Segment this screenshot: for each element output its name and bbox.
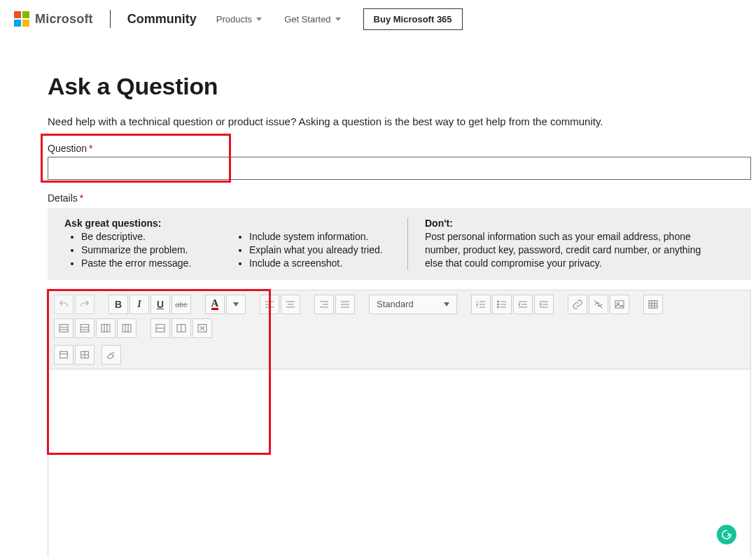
list-item: Explain what you already tried. (249, 244, 391, 257)
details-editor-body[interactable] (48, 369, 751, 557)
svg-rect-7 (80, 324, 89, 332)
tips-col-ask: Ask great questions: Be descriptive. Sum… (64, 218, 232, 270)
insert-table-button[interactable] (643, 295, 663, 314)
table-row-icon (79, 323, 90, 334)
redo-button[interactable] (75, 295, 94, 314)
table-delete-row-icon (155, 323, 166, 334)
insert-col-right-button[interactable] (117, 318, 136, 338)
remove-link-button[interactable] (589, 295, 608, 314)
insert-row-below-button[interactable] (75, 318, 94, 338)
grammarly-badge[interactable] (717, 525, 736, 544)
clear-formatting-button[interactable] (102, 345, 121, 365)
tips-ask-list-2: Include system information. Explain what… (232, 230, 391, 270)
list-item: Summarize the problem. (81, 244, 216, 257)
table-row-icon (58, 323, 69, 334)
paragraph-format-dropdown[interactable]: Standard (369, 295, 457, 314)
tips-dont-heading: Don't: (425, 218, 720, 229)
table-delete-icon (197, 323, 208, 334)
insert-link-button[interactable] (568, 295, 587, 314)
delete-row-button[interactable] (150, 318, 170, 338)
svg-rect-13 (60, 351, 68, 358)
insert-col-left-button[interactable] (96, 318, 115, 338)
align-left-button[interactable] (260, 295, 279, 314)
primary-nav: Products Get Started Buy Microsoft 365 (216, 8, 463, 30)
question-input[interactable] (48, 157, 751, 180)
insert-row-above-button[interactable] (54, 318, 74, 338)
italic-button[interactable]: I (130, 295, 149, 314)
align-left-icon (264, 299, 275, 310)
unlink-icon (593, 299, 604, 310)
required-asterisk: * (89, 143, 92, 154)
tips-dont-text: Post personal information such as your e… (425, 230, 720, 270)
question-label: Question* (48, 143, 749, 154)
list-item: Include a screenshot. (249, 257, 391, 270)
nav-get-started[interactable]: Get Started (284, 14, 340, 24)
list-item: Paste the error message. (81, 257, 216, 270)
align-center-button[interactable] (281, 295, 300, 314)
align-justify-button[interactable] (335, 295, 355, 314)
chevron-down-icon (233, 302, 239, 306)
chevron-down-icon (444, 302, 449, 306)
indent-button[interactable] (534, 295, 554, 314)
outdent-button[interactable] (513, 295, 533, 314)
brand-community[interactable]: Community (127, 12, 197, 27)
buy-microsoft-365-button[interactable]: Buy Microsoft 365 (363, 8, 463, 30)
details-label-text: Details (48, 192, 78, 204)
block-icon (58, 349, 69, 360)
bold-icon: B (115, 299, 122, 310)
text-color-button[interactable]: A (205, 295, 225, 314)
page-title: Ask a Question (48, 73, 749, 100)
image-icon (614, 299, 625, 310)
grid-icon (79, 349, 90, 360)
site-header: Microsoft Community Products Get Started… (0, 0, 756, 38)
chevron-down-icon (335, 17, 341, 21)
tips-col-ask-2: Include system information. Explain what… (232, 218, 407, 270)
svg-rect-9 (122, 324, 131, 332)
ordered-list-button[interactable] (471, 295, 491, 314)
undo-icon (58, 299, 69, 310)
undo-button[interactable] (54, 295, 74, 314)
svg-point-2 (498, 306, 499, 308)
details-label: Details* (48, 192, 749, 204)
insert-image-button[interactable] (610, 295, 629, 314)
microsoft-logo[interactable]: Microsoft (14, 11, 93, 27)
nav-get-started-label: Get Started (284, 14, 330, 24)
table-icon (648, 299, 659, 310)
svg-point-0 (498, 301, 499, 302)
chevron-down-icon (256, 17, 262, 21)
nav-products-label: Products (216, 14, 252, 24)
paragraph-format-label: Standard (377, 299, 414, 309)
svg-point-1 (498, 304, 499, 305)
unordered-list-icon (496, 299, 507, 310)
main-content: Ask a Question Need help with a technica… (0, 38, 756, 557)
align-right-icon (318, 299, 330, 310)
table-delete-col-icon (176, 323, 187, 334)
link-icon (572, 299, 583, 310)
required-asterisk: * (80, 192, 83, 204)
underline-icon: U (157, 299, 164, 310)
delete-table-button[interactable] (192, 318, 212, 338)
ordered-list-icon (475, 299, 486, 310)
tips-col-dont: Don't: Post personal information such as… (407, 218, 737, 270)
bold-button[interactable]: B (108, 295, 128, 314)
nav-products[interactable]: Products (216, 14, 262, 24)
microsoft-logo-text: Microsoft (35, 12, 93, 27)
align-right-button[interactable] (314, 295, 334, 314)
tips-panel: Ask great questions: Be descriptive. Sum… (48, 208, 751, 280)
align-justify-icon (340, 299, 351, 310)
details-editor: B I U abc A (48, 290, 751, 557)
unordered-list-button[interactable] (492, 295, 512, 314)
insert-block-button[interactable] (54, 345, 74, 365)
insert-grid-button[interactable] (75, 345, 94, 365)
eraser-icon (106, 349, 117, 360)
strikethrough-button[interactable]: abc (172, 295, 191, 314)
indent-icon (538, 299, 550, 310)
strikethrough-icon: abc (175, 300, 188, 309)
delete-col-button[interactable] (172, 318, 191, 338)
svg-rect-6 (59, 324, 68, 332)
underline-button[interactable]: U (150, 295, 170, 314)
text-color-dropdown-button[interactable] (226, 295, 246, 314)
grammarly-icon (721, 529, 732, 540)
table-col-icon (121, 323, 132, 334)
header-divider (110, 10, 111, 28)
